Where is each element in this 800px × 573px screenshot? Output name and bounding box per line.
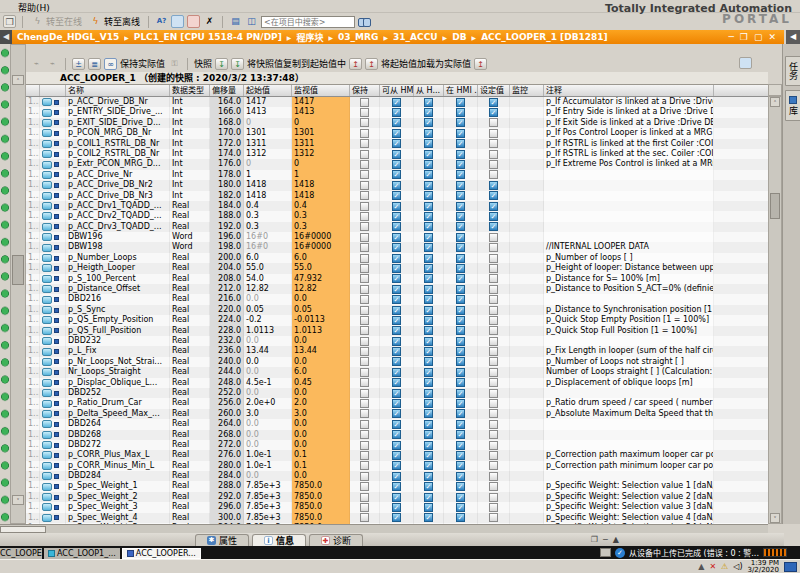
- setpoint-checkbox[interactable]: [489, 430, 498, 439]
- table-row[interactable]: 1...p_CORR_Minus_Min_LReal280.01.0e-10.1…: [26, 461, 768, 471]
- hmi-writable-checkbox[interactable]: [424, 326, 433, 335]
- hmi-visible-checkbox[interactable]: [456, 98, 465, 107]
- variable-name-cell[interactable]: p_ACC_Drive_DB_Nr2: [66, 180, 170, 190]
- data-type-cell[interactable]: Int: [170, 170, 210, 180]
- hmi-writable-checkbox[interactable]: [424, 139, 433, 148]
- table-row[interactable]: 1...p_QS_Empty_PositionReal224.0-0.2-0.0…: [26, 315, 768, 325]
- data-type-cell[interactable]: Real: [170, 481, 210, 491]
- setpoint-checkbox[interactable]: [489, 212, 498, 221]
- hmi-visible-checkbox[interactable]: [456, 503, 465, 512]
- start-value-cell[interactable]: 0.0: [244, 336, 292, 346]
- setpoint-checkbox[interactable]: [489, 181, 498, 190]
- table-row[interactable]: 1...DBD232Real232.00.00.0: [26, 336, 768, 346]
- start-value-cell[interactable]: 0.0: [244, 357, 292, 367]
- tab-diagnostics[interactable]: ✚诊断: [309, 534, 363, 546]
- table-row[interactable]: 1...p_COIL1_RSTRL_DB_NrInt172.013111311p…: [26, 139, 768, 149]
- setpoint-checkbox[interactable]: [489, 150, 498, 159]
- hmi-accessible-checkbox[interactable]: [392, 503, 401, 512]
- remove-icon[interactable]: ✗: [203, 15, 216, 28]
- hmi-accessible-checkbox[interactable]: [392, 139, 401, 148]
- start-value-cell[interactable]: 1312: [244, 149, 292, 159]
- start-value-cell[interactable]: 2.0e+0: [244, 398, 292, 408]
- comment-cell[interactable]: [544, 232, 714, 242]
- start-value-cell[interactable]: 0: [244, 118, 292, 128]
- hmi-visible-checkbox[interactable]: [456, 170, 465, 179]
- variable-name-cell[interactable]: p_Nr_Loops_Not_Strai...: [66, 357, 170, 367]
- data-type-cell[interactable]: Int: [170, 191, 210, 201]
- variable-name-cell[interactable]: p_ACC_Drive_DB_Nr3: [66, 191, 170, 201]
- variable-name-cell[interactable]: p_Ratio_Drum_Car: [66, 398, 170, 408]
- variable-name-cell[interactable]: p_Extr_PCON_MRG_D...: [66, 159, 170, 169]
- retain-checkbox[interactable]: [360, 337, 369, 346]
- setpoint-checkbox[interactable]: [489, 139, 498, 148]
- load-start-values-label[interactable]: 将起始值加载为实际值: [381, 57, 471, 70]
- retain-checkbox[interactable]: [360, 295, 369, 304]
- hmi-accessible-checkbox[interactable]: [392, 493, 401, 502]
- data-type-cell[interactable]: Int: [170, 159, 210, 169]
- hmi-visible-checkbox[interactable]: [456, 274, 465, 283]
- setpoint-checkbox[interactable]: [489, 513, 498, 522]
- start-value-cell[interactable]: 0.3: [244, 222, 292, 232]
- start-value-cell[interactable]: 0.0: [244, 419, 292, 429]
- hmi-writable-checkbox[interactable]: [424, 420, 433, 429]
- variable-name-cell[interactable]: p_ENTRY_SIDE_Drive_...: [66, 107, 170, 117]
- comment-cell[interactable]: [544, 336, 714, 346]
- hmi-writable-checkbox[interactable]: [424, 295, 433, 304]
- go-offline-button[interactable]: ϟ转至离线: [87, 15, 142, 29]
- hmi-visible-checkbox[interactable]: [456, 118, 465, 127]
- variable-name-cell[interactable]: p_ACC_Drv2_TQADD_...: [66, 211, 170, 221]
- data-type-cell[interactable]: Real: [170, 315, 210, 325]
- setpoint-checkbox[interactable]: [489, 451, 498, 460]
- start-value-cell[interactable]: 16#0: [244, 232, 292, 242]
- data-type-cell[interactable]: Real: [170, 326, 210, 336]
- hmi-accessible-checkbox[interactable]: [392, 347, 401, 356]
- hmi-accessible-checkbox[interactable]: [392, 254, 401, 263]
- data-type-cell[interactable]: Real: [170, 492, 210, 502]
- start-value-cell[interactable]: 0.4: [244, 201, 292, 211]
- retain-checkbox[interactable]: [360, 306, 369, 315]
- comment-cell[interactable]: [544, 419, 714, 429]
- scroll-down-icon[interactable]: ˅: [770, 513, 780, 523]
- volume-icon[interactable]: ◁): [733, 561, 742, 573]
- setpoint-checkbox[interactable]: [489, 170, 498, 179]
- data-type-cell[interactable]: Real: [170, 274, 210, 284]
- hmi-visible-checkbox[interactable]: [456, 513, 465, 522]
- comment-cell[interactable]: [544, 388, 714, 398]
- search-binoculars-icon[interactable]: [358, 16, 372, 27]
- hmi-accessible-checkbox[interactable]: [392, 513, 401, 522]
- hmi-accessible-checkbox[interactable]: [392, 191, 401, 200]
- collapse-right-icon[interactable]: ◀: [786, 30, 800, 44]
- breadcrumb-item[interactable]: DB: [452, 32, 466, 42]
- comment-cell[interactable]: p_If Pos Control Looper is linked at a M…: [544, 128, 714, 138]
- setpoint-checkbox[interactable]: [489, 482, 498, 491]
- horizontal-scrollbar[interactable]: [0, 524, 768, 533]
- table-row[interactable]: 1...p_PCON_MRG_DB_NrInt170.013011301p_If…: [26, 128, 768, 138]
- retain-checkbox[interactable]: [360, 409, 369, 418]
- variable-name-cell[interactable]: p_ACC_Drive_DB_Nr: [66, 97, 170, 107]
- left-scrollbar[interactable]: ˄ ˅: [10, 44, 26, 524]
- new-window-icon[interactable]: ❒: [3, 15, 16, 28]
- variable-name-cell[interactable]: DBD268: [66, 430, 170, 440]
- retain-checkbox[interactable]: [360, 493, 369, 502]
- hmi-writable-checkbox[interactable]: [424, 513, 433, 522]
- window-tab[interactable]: ACC_LOOP1_...: [44, 548, 120, 559]
- hmi-accessible-checkbox[interactable]: [392, 160, 401, 169]
- retain-checkbox[interactable]: [360, 191, 369, 200]
- retain-checkbox[interactable]: [360, 222, 369, 231]
- variable-name-cell[interactable]: DBD284: [66, 471, 170, 481]
- connect-icon[interactable]: ⌁: [30, 58, 43, 70]
- table-row[interactable]: 1...p_Ratio_Drum_CarReal256.02.0e+02.0p_…: [26, 398, 768, 408]
- table-row[interactable]: 1...DBD252Real252.00.00.0: [26, 388, 768, 398]
- column-options-icon[interactable]: [768, 84, 782, 96]
- hmi-writable-checkbox[interactable]: [424, 378, 433, 387]
- hmi-visible-checkbox[interactable]: [456, 461, 465, 470]
- hmi-writable-checkbox[interactable]: [424, 399, 433, 408]
- setpoint-checkbox[interactable]: [489, 420, 498, 429]
- setpoint-checkbox[interactable]: [489, 160, 498, 169]
- table-row[interactable]: 1...p_ACC_Drive_DB_Nr2Int180.014181418: [26, 180, 768, 190]
- copy-start2-icon[interactable]: ↥: [365, 58, 378, 70]
- setpoint-checkbox[interactable]: [489, 285, 498, 294]
- variable-name-cell[interactable]: p_Spec_Weight_2: [66, 492, 170, 502]
- hmi-writable-checkbox[interactable]: [424, 430, 433, 439]
- scrollbar-thumb[interactable]: [0, 526, 46, 533]
